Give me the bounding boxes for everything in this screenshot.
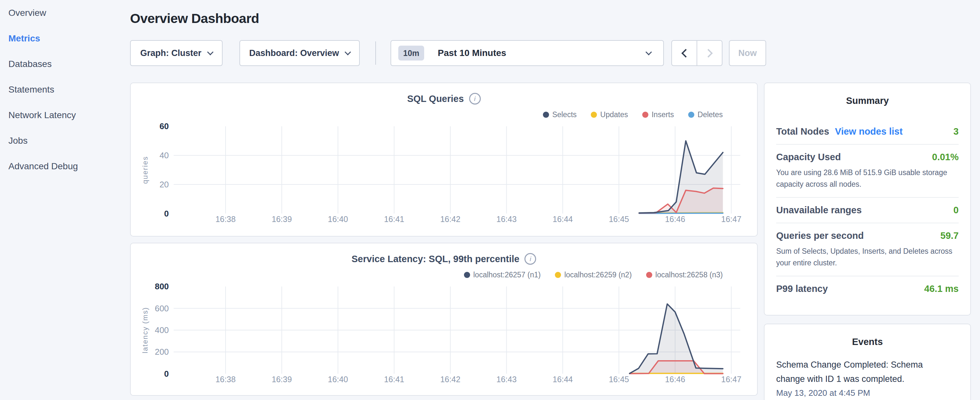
now-button[interactable]: Now [729,40,766,66]
x-tick-label: 16:47 [721,375,741,384]
info-icon[interactable]: i [469,93,481,105]
event-text: Schema Change Completed: Schema change w… [776,358,938,386]
service-latency-panel: Service Latency: SQL, 99th percentile i … [130,243,758,396]
x-tick-label: 16:45 [609,375,629,384]
legend-dot-icon [591,112,597,118]
summary-row: Total NodesView nodes list3 [776,119,959,145]
legend-item: Inserts [642,110,674,119]
time-forward-button[interactable] [697,41,722,65]
summary-note: Sum of Selects, Updates, Inserts, and De… [776,245,959,269]
y-axis-title: queries [141,156,149,184]
summary-label: Total Nodes [776,126,829,137]
legend-item: Updates [591,110,628,119]
y-tick-label: 60 [159,122,169,131]
legend-label: Selects [552,110,576,119]
chevron-left-icon [681,49,690,57]
summary-title: Summary [776,83,959,106]
summary-row: Unavailable ranges0 [776,198,959,223]
chart-legend: localhost:26257 (n1)localhost:26259 (n2)… [464,271,723,279]
sidebar-item-overview[interactable]: Overview [0,0,129,25]
x-tick-label: 16:47 [721,215,741,224]
time-range-label: Past 10 Minutes [438,48,506,58]
events-panel: Events Schema Change Completed: Schema c… [764,324,971,400]
y-tick-label: 40 [159,151,169,160]
sql-queries-chart[interactable]: 16:3816:3916:4016:4116:4216:4316:4416:45… [131,120,757,232]
summary-note: You are using 28.6 MiB of 515.9 GiB usab… [776,167,959,190]
events-list: Schema Change Completed: Schema change w… [776,358,959,398]
legend-label: localhost:26259 (n2) [564,271,632,279]
summary-label: Capacity Used [776,152,841,163]
x-tick-label: 16:40 [328,375,348,384]
chart-title: Service Latency: SQL, 99th percentile [352,254,520,265]
y-tick-label: 0 [164,369,169,378]
x-tick-label: 16:43 [496,215,516,224]
summary-label: Queries per second [776,230,864,241]
sql-queries-panel: SQL Queries i SelectsUpdatesInsertsDelet… [130,83,758,237]
chevron-down-icon [646,49,652,55]
events-title: Events [776,324,959,347]
summary-value: 0 [953,205,959,215]
time-range-selector[interactable]: 10m Past 10 Minutes [390,40,664,66]
sidebar-item-metrics[interactable]: Metrics [0,25,129,51]
x-tick-label: 16:42 [440,375,460,384]
summary-row-head: Queries per second59.7 [776,230,959,241]
sidebar-item-statements[interactable]: Statements [0,77,129,102]
x-tick-label: 16:38 [215,215,235,224]
x-tick-label: 16:43 [496,375,516,384]
x-tick-label: 16:42 [440,215,460,224]
legend-dot-icon [642,112,648,118]
x-tick-label: 16:46 [665,375,685,384]
chart-title-row: Service Latency: SQL, 99th percentile i [131,253,757,265]
y-tick-label: 20 [159,180,169,189]
event-item[interactable]: Schema Change Completed: Schema change w… [776,358,959,398]
x-tick-label: 16:39 [272,375,292,384]
summary-value: 59.7 [940,230,959,241]
x-tick-label: 16:39 [272,215,292,224]
legend-label: localhost:26258 (n3) [655,271,723,279]
sidebar-item-advanced-debug[interactable]: Advanced Debug [0,153,129,179]
sidebar: OverviewMetricsDatabasesStatementsNetwor… [0,0,129,179]
dashboard-selector-label: Dashboard: Overview [249,48,339,58]
chart-title-row: SQL Queries i [131,93,757,105]
graph-selector-label: Graph: Cluster [140,48,201,58]
summary-row-head: Total NodesView nodes list3 [776,126,959,137]
chevron-down-icon [345,49,351,55]
summary-row-head: Unavailable ranges0 [776,205,959,215]
sidebar-item-databases[interactable]: Databases [0,51,129,77]
x-tick-label: 16:44 [553,375,573,384]
dashboard-selector-dropdown[interactable]: Dashboard: Overview [239,40,360,66]
y-axis-title: latency (ms) [141,307,149,353]
y-tick-label: 600 [155,304,169,313]
summary-row: Queries per second59.7Sum of Selects, Up… [776,223,959,276]
view-nodes-link[interactable]: View nodes list [835,126,903,137]
summary-value: 3 [953,126,959,137]
summary-label: P99 latency [776,284,828,294]
toolbar-divider [375,41,376,65]
sidebar-item-network-latency[interactable]: Network Latency [0,102,129,128]
sidebar-list: OverviewMetricsDatabasesStatementsNetwor… [0,0,129,179]
graph-selector-dropdown[interactable]: Graph: Cluster [130,40,223,66]
x-tick-label: 16:41 [384,375,404,384]
time-window-badge: 10m [398,46,424,61]
legend-item: Selects [543,110,576,119]
legend-dot-icon [555,272,561,278]
info-icon-glyph: i [474,95,476,103]
event-timestamp: May 13, 2020 at 4:45 PM [776,388,959,398]
sidebar-item-jobs[interactable]: Jobs [0,128,129,153]
x-tick-label: 16:38 [215,375,235,384]
legend-item: localhost:26257 (n1) [464,271,541,279]
service-latency-chart[interactable]: 16:3816:3916:4016:4116:4216:4316:4416:45… [131,280,757,392]
legend-dot-icon [543,112,549,118]
legend-item: Deletes [688,110,723,119]
summary-row: Capacity Used0.01%You are using 28.6 MiB… [776,145,959,198]
summary-panel: Summary Total NodesView nodes list3Capac… [764,83,971,316]
x-tick-label: 16:45 [609,215,629,224]
info-icon[interactable]: i [525,253,536,265]
time-backward-button[interactable] [672,41,697,65]
chart-title: SQL Queries [407,94,464,104]
summary-row-head: P99 latency46.1 ms [776,284,959,294]
x-tick-label: 16:40 [328,215,348,224]
chart-legend: SelectsUpdatesInsertsDeletes [543,110,723,119]
legend-item: localhost:26259 (n2) [555,271,632,279]
legend-dot-icon [688,112,694,118]
